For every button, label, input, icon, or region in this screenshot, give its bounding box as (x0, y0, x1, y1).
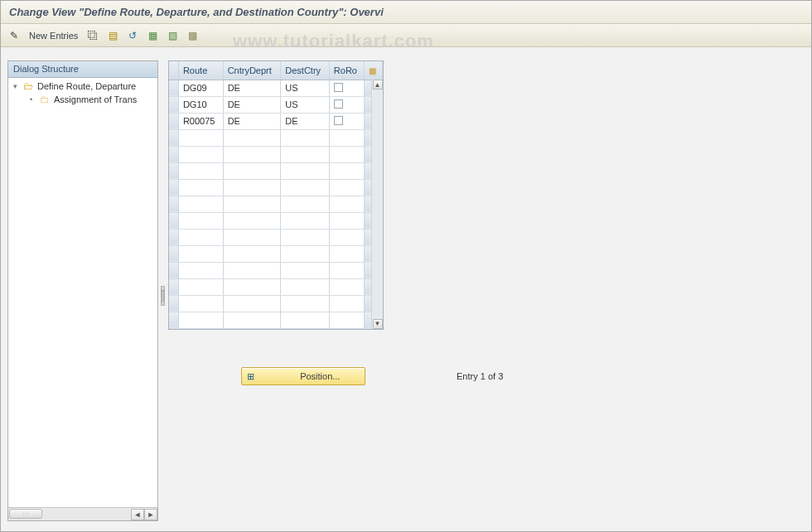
cell-cntrydeprt[interactable] (223, 312, 281, 328)
cell-destctry[interactable] (281, 229, 330, 245)
cell-cntrydeprt[interactable] (223, 146, 281, 162)
row-selector[interactable] (169, 96, 178, 113)
cell-roro[interactable] (329, 113, 364, 129)
row-selector[interactable] (169, 229, 178, 245)
cell-roro[interactable] (329, 129, 364, 146)
roro-checkbox[interactable] (334, 116, 343, 125)
toolbar-selectblock-button[interactable]: ▧ (164, 27, 181, 44)
cell-roro[interactable] (329, 96, 364, 113)
cell-route[interactable] (178, 212, 223, 229)
col-destctry-header[interactable]: DestCtry (281, 61, 330, 80)
cell-roro[interactable] (329, 295, 364, 312)
roro-checkbox[interactable] (334, 99, 343, 109)
cell-roro[interactable] (329, 146, 364, 162)
cell-destctry[interactable] (281, 278, 330, 295)
row-selector[interactable] (169, 245, 178, 262)
cell-route[interactable] (178, 278, 223, 295)
table-row[interactable] (169, 162, 383, 179)
cell-roro[interactable] (329, 162, 364, 179)
row-selector[interactable] (169, 262, 178, 278)
cell-cntrydeprt[interactable] (223, 295, 281, 312)
table-row[interactable] (169, 196, 383, 212)
cell-destctry[interactable]: US (281, 96, 330, 113)
cell-cntrydeprt[interactable] (223, 212, 281, 229)
cell-route[interactable] (178, 262, 223, 278)
toolbar-save-button[interactable]: ▤ (104, 27, 121, 44)
row-selector[interactable] (169, 146, 178, 162)
cell-roro[interactable] (329, 196, 364, 212)
cell-route[interactable] (178, 295, 223, 312)
cell-cntrydeprt[interactable]: DE (223, 113, 281, 129)
row-selector[interactable] (169, 113, 178, 129)
cell-cntrydeprt[interactable] (223, 162, 281, 179)
tree-hscroll-left[interactable]: ◄ (131, 509, 144, 520)
cell-destctry[interactable] (281, 262, 330, 278)
tree-child-node[interactable]: • 🗀 Assignment of Trans (10, 93, 157, 106)
row-selector[interactable] (169, 179, 178, 196)
cell-roro[interactable] (329, 229, 364, 245)
cell-roro[interactable] (329, 312, 364, 328)
cell-route[interactable] (178, 229, 223, 245)
cell-destctry[interactable] (281, 146, 330, 162)
tree-hscroll-right[interactable]: ► (144, 509, 157, 520)
table-row[interactable] (169, 146, 383, 162)
row-selector[interactable] (169, 196, 178, 212)
cell-route[interactable] (178, 245, 223, 262)
row-selector[interactable] (169, 312, 178, 328)
cell-roro[interactable] (329, 212, 364, 229)
cell-destctry[interactable] (281, 179, 330, 196)
collapse-icon[interactable]: ▾ (13, 83, 21, 90)
table-row[interactable] (169, 129, 383, 146)
table-settings-icon[interactable]: ▦ (369, 66, 376, 75)
cell-roro[interactable] (329, 179, 364, 196)
cell-destctry[interactable] (281, 196, 330, 212)
table-row[interactable]: DG10DEUS (169, 96, 383, 113)
cell-destctry[interactable] (281, 312, 330, 328)
row-selector[interactable] (169, 278, 178, 295)
row-selector[interactable] (169, 129, 178, 146)
table-row[interactable] (169, 212, 383, 229)
cell-roro[interactable] (329, 262, 364, 278)
cell-destctry[interactable] (281, 129, 330, 146)
table-row[interactable] (169, 295, 383, 312)
row-selector[interactable] (169, 212, 178, 229)
cell-roro[interactable] (329, 80, 364, 96)
toolbar-copy-button[interactable]: ⿻ (85, 27, 101, 44)
splitter-handle[interactable] (161, 286, 165, 306)
row-selector[interactable] (169, 80, 178, 96)
row-selector[interactable] (169, 295, 178, 312)
cell-route[interactable] (178, 162, 223, 179)
grid-vscrollbar[interactable]: ▲ ▼ (371, 80, 383, 329)
col-config-header[interactable]: ▦ (365, 61, 383, 80)
cell-destctry[interactable] (281, 162, 330, 179)
cell-cntrydeprt[interactable] (223, 179, 281, 196)
toolbar-deselect-button[interactable]: ▩ (184, 27, 201, 44)
cell-cntrydeprt[interactable] (223, 278, 281, 295)
cell-route[interactable]: DG10 (178, 96, 223, 113)
grid-scroll-up[interactable]: ▲ (373, 80, 383, 89)
cell-cntrydeprt[interactable] (223, 129, 281, 146)
table-row[interactable]: R00075DEDE (169, 113, 383, 129)
cell-route[interactable]: DG09 (178, 80, 223, 96)
table-row[interactable] (169, 312, 383, 328)
cell-destctry[interactable] (281, 245, 330, 262)
table-row[interactable] (169, 245, 383, 262)
cell-cntrydeprt[interactable] (223, 262, 281, 278)
position-button[interactable]: ⊞ Position... (241, 367, 365, 385)
cell-destctry[interactable] (281, 212, 330, 229)
tree-hscrollbar[interactable]: ⋯ ◄ ► (8, 507, 157, 520)
cell-route[interactable] (178, 179, 223, 196)
table-row[interactable] (169, 262, 383, 278)
table-row[interactable] (169, 179, 383, 196)
cell-destctry[interactable]: DE (281, 113, 330, 129)
toolbar-undo-button[interactable]: ↺ (124, 27, 141, 44)
cell-cntrydeprt[interactable]: DE (223, 96, 281, 113)
cell-cntrydeprt[interactable] (223, 196, 281, 212)
tree-hscroll-thumb[interactable]: ⋯ (9, 509, 42, 519)
table-row[interactable]: DG09DEUS (169, 80, 383, 96)
col-cntrydeprt-header[interactable]: CntryDeprt (223, 61, 281, 80)
cell-roro[interactable] (329, 278, 364, 295)
tree-hscroll-track[interactable]: ⋯ (9, 509, 130, 520)
table-row[interactable] (169, 229, 383, 245)
cell-route[interactable] (178, 146, 223, 162)
